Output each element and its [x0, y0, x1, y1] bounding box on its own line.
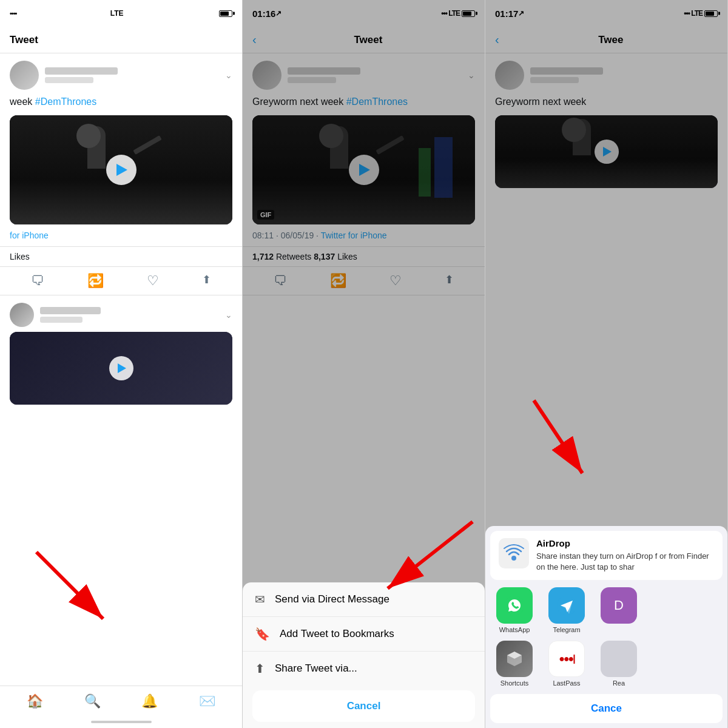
action-bar-1: 🗨 🔁 ♡ ⬆ — [0, 267, 242, 295]
sheet-item-bookmark[interactable]: 🔖 Add Tweet to Bookmarks — [243, 617, 485, 652]
user-name-blurred-2 — [40, 307, 101, 314]
search-tab-icon[interactable]: 🔍 — [84, 693, 101, 709]
home-tab-icon[interactable]: 🏠 — [27, 693, 43, 709]
airdrop-row: AirDrop Share instan they turn on AirDro… — [490, 531, 723, 580]
more-app-icon: D — [601, 587, 637, 624]
user-info-2 — [40, 307, 219, 323]
phone-panel-3: 01:17 ↗ ••• LTE ‹ Twee Greyworm next wee… — [485, 0, 728, 728]
share-icon-1[interactable]: ⬆ — [202, 273, 211, 289]
airdrop-info: AirDrop Share instan they turn on AirDro… — [536, 538, 714, 573]
shortcuts-icon — [496, 641, 533, 677]
app-row-1: WhatsApp Telegram D — [485, 580, 727, 641]
app-item-whatsapp[interactable]: WhatsApp — [490, 587, 539, 633]
lte-text: LTE — [110, 9, 124, 18]
sheet-item-share[interactable]: ⬆ Share Tweet via... — [243, 652, 485, 686]
second-tweet-image — [10, 332, 232, 405]
notifications-tab-icon[interactable]: 🔔 — [141, 693, 158, 709]
app-row-2: Shortcuts ●●●| LastPass Rea — [485, 641, 727, 692]
play-button-1[interactable] — [106, 155, 136, 185]
dm-icon: ✉ — [255, 592, 265, 607]
tweet-image-1 — [10, 115, 232, 224]
chevron-down-icon-2[interactable]: ⌄ — [225, 310, 232, 320]
tweet-stats-1: Likes — [0, 246, 242, 267]
whatsapp-label: WhatsApp — [499, 626, 530, 633]
bookmark-label: Add Tweet to Bookmarks — [280, 628, 394, 640]
lastpass-icon: ●●●| — [548, 641, 585, 677]
rea-label: Rea — [613, 679, 625, 687]
rea-icon — [601, 641, 637, 677]
app-item-lastpass[interactable]: ●●●| LastPass — [542, 641, 591, 687]
svg-point-4 — [511, 556, 516, 561]
shortcuts-label: Shortcuts — [500, 679, 528, 687]
user-name-blurred-1 — [45, 67, 118, 75]
app-item-more[interactable]: D — [595, 587, 643, 633]
avatar-1 — [10, 61, 39, 90]
shortcuts-svg — [505, 649, 524, 669]
page-title-1: Tweet — [10, 34, 38, 46]
comment-icon-1[interactable]: 🗨 — [31, 273, 44, 289]
signal-icon: •••• — [10, 10, 16, 17]
status-bar-1: •••• LTE — [0, 0, 242, 27]
play-triangle-2 — [118, 363, 126, 373]
share-via-icon: ⬆ — [255, 661, 265, 676]
like-icon-1[interactable]: ♡ — [147, 273, 159, 289]
retweet-icon-1[interactable]: 🔁 — [87, 273, 104, 289]
tweet-area-1: ⌄ week #DemThrones for iPhone — [0, 53, 242, 686]
home-bar-1 — [91, 721, 152, 723]
app-item-shortcuts[interactable]: Shortcuts — [490, 641, 539, 687]
avatar-2 — [10, 303, 34, 327]
app-item-rea[interactable]: Rea — [595, 641, 643, 687]
tweet-text-1: week #DemThrones — [0, 95, 242, 115]
tweet-header-1: ⌄ — [0, 53, 242, 95]
second-tweet-header: ⌄ — [0, 295, 242, 332]
user-handle-blurred-1 — [45, 77, 93, 83]
whatsapp-icon — [496, 587, 533, 624]
ios-share-sheet: AirDrop Share instan they turn on AirDro… — [485, 526, 727, 728]
bookmark-icon: 🔖 — [255, 627, 270, 641]
telegram-icon — [548, 587, 585, 624]
whatsapp-svg — [504, 595, 525, 616]
more-app-symbol: D — [614, 598, 624, 613]
phone-panel-2: 01:16 ↗ ••• LTE ‹ Tweet ⌄ Greyworm next … — [243, 0, 485, 728]
messages-tab-icon[interactable]: ✉️ — [199, 693, 215, 709]
user-info-1 — [45, 67, 219, 83]
likes-label-1: Likes — [10, 252, 30, 261]
play-triangle-1 — [116, 164, 127, 176]
telegram-svg — [556, 595, 578, 616]
tweet-meta-1: for iPhone — [0, 231, 242, 246]
airdrop-svg — [502, 541, 526, 565]
lastpass-symbol: ●●●| — [559, 653, 574, 664]
play-button-2[interactable] — [109, 356, 133, 380]
telegram-label: Telegram — [553, 626, 580, 633]
home-indicator-1 — [0, 716, 242, 728]
share-bottom-sheet: ✉ Send via Direct Message 🔖 Add Tweet to… — [243, 582, 485, 728]
tab-bar-1: 🏠 🔍 🔔 ✉️ — [0, 686, 242, 716]
phone-panel-1: •••• LTE Tweet ⌄ week #DemThrones — [0, 0, 243, 728]
airdrop-icon — [499, 538, 529, 568]
dm-label: Send via Direct Message — [275, 593, 389, 605]
chevron-down-icon-1[interactable]: ⌄ — [225, 70, 232, 80]
cancel-button-2[interactable]: Cancel — [252, 690, 475, 722]
user-handle-blurred-2 — [40, 317, 83, 323]
lastpass-label: LastPass — [553, 679, 580, 687]
sheet-item-dm[interactable]: ✉ Send via Direct Message — [243, 582, 485, 617]
nav-bar-1: Tweet — [0, 27, 242, 53]
share-via-label: Share Tweet via... — [275, 662, 357, 675]
battery-icon — [219, 10, 232, 17]
app-item-telegram[interactable]: Telegram — [542, 587, 591, 633]
cancel-button-3[interactable]: Cance — [490, 694, 723, 723]
